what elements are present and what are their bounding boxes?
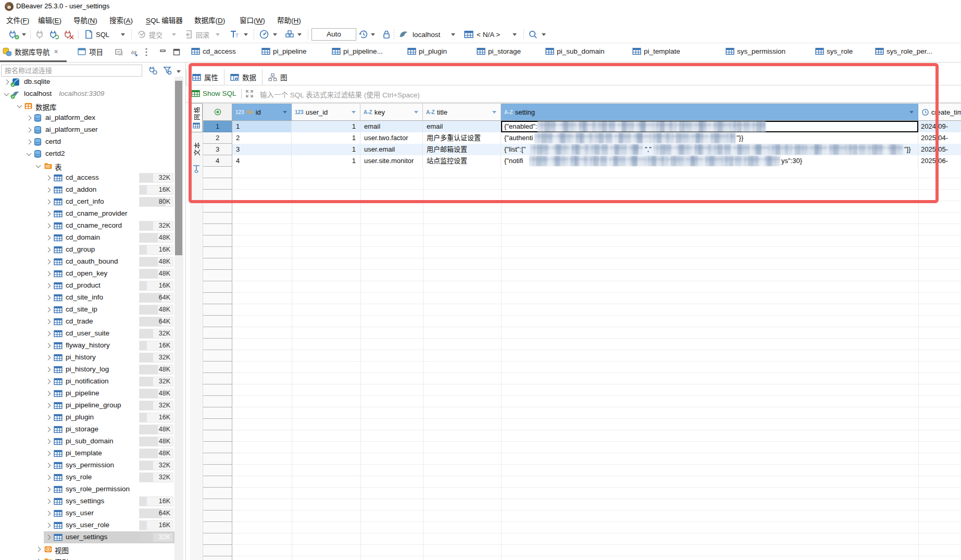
chevron-icon[interactable] xyxy=(4,80,9,85)
column-header-id[interactable]: 123 id xyxy=(232,103,292,121)
tree-item[interactable]: 表 xyxy=(0,160,174,172)
row-number[interactable]: 2 xyxy=(203,132,232,144)
tree-item[interactable]: ai_platform_user xyxy=(0,124,174,136)
editor-tab[interactable]: sys_role_per... xyxy=(875,47,932,56)
editor-tab[interactable]: pi_sub_domain xyxy=(545,47,605,56)
tree-item[interactable]: sys_permission 32K xyxy=(0,459,174,471)
tree-item[interactable]: pi_notification 32K xyxy=(0,376,174,388)
cell-title[interactable]: email xyxy=(423,121,501,132)
view-menu-icon[interactable] xyxy=(144,47,148,59)
grid-view-tab[interactable]: 网格 xyxy=(190,103,203,132)
tree-item[interactable]: cd_access 32K xyxy=(0,172,174,184)
tree-item[interactable]: 数据库 xyxy=(0,100,174,112)
chevron-icon[interactable] xyxy=(27,116,32,121)
tree-item[interactable]: certd xyxy=(0,136,174,148)
chevron-icon[interactable] xyxy=(46,331,51,337)
sql-editor-button[interactable]: SQL xyxy=(83,29,109,40)
menu-item[interactable]: 窗口(W) xyxy=(240,15,265,25)
tree-item[interactable]: cd_product 16K xyxy=(0,280,174,292)
chevron-icon[interactable] xyxy=(46,271,51,277)
chevron-icon[interactable] xyxy=(46,475,51,480)
tasks-button[interactable] xyxy=(284,29,295,40)
chevron-icon[interactable] xyxy=(46,499,51,504)
chevron-icon[interactable] xyxy=(46,451,51,456)
chevron-icon[interactable] xyxy=(46,247,51,253)
select-all-corner[interactable] xyxy=(203,103,232,121)
tree-item[interactable]: pi_pipeline_group 32K xyxy=(0,400,174,412)
connection-dropdown[interactable] xyxy=(451,29,455,40)
tree-item[interactable]: cd_user_suite 32K xyxy=(0,328,174,340)
menu-item[interactable]: 文件(F) xyxy=(6,15,29,25)
tree-item[interactable]: localhostlocalhost:3309 xyxy=(0,88,174,100)
column-dropdown-icon[interactable] xyxy=(352,111,356,114)
maximize-icon[interactable] xyxy=(172,48,181,58)
cell-title[interactable]: 用户邮箱设置 xyxy=(423,144,501,155)
chevron-icon[interactable] xyxy=(46,355,51,360)
chevron-icon[interactable] xyxy=(46,295,51,301)
grid-row[interactable]: 4 4 1 user.site.monitor 站点监控设置 {"notifi … xyxy=(203,155,961,167)
chevron-icon[interactable] xyxy=(46,403,51,408)
editor-tab[interactable]: pi_storage xyxy=(477,47,521,56)
chevron-icon[interactable] xyxy=(27,151,32,156)
chevron-icon[interactable] xyxy=(46,343,51,349)
tree-item[interactable]: cd_site_info 64K xyxy=(0,292,174,304)
sql-editor-dropdown[interactable] xyxy=(121,29,125,40)
chevron-icon[interactable] xyxy=(4,91,9,96)
tree-item[interactable]: pi_pipeline 48K xyxy=(0,388,174,400)
tree-item[interactable]: cd_cname_record 32K xyxy=(0,220,174,232)
chevron-icon[interactable] xyxy=(46,319,51,325)
chevron-icon[interactable] xyxy=(46,487,51,492)
chevron-icon[interactable] xyxy=(36,163,41,168)
commit-button[interactable]: 提交 xyxy=(136,29,163,40)
refresh-dropdown[interactable] xyxy=(371,29,375,40)
chevron-icon[interactable] xyxy=(46,200,51,205)
chevron-icon[interactable] xyxy=(27,128,32,133)
chevron-icon[interactable] xyxy=(46,379,51,384)
chevron-icon[interactable] xyxy=(36,547,41,552)
tree-item[interactable]: db.sqlite xyxy=(0,76,174,88)
editor-tab[interactable]: cd_access xyxy=(191,47,236,56)
tree-item[interactable]: cd_domain 48K xyxy=(0,232,174,244)
connection-filter-input[interactable]: 按名称过滤连接 xyxy=(1,65,142,77)
search-button[interactable] xyxy=(528,29,538,40)
sql-filter-input[interactable]: 输入一个 SQL 表达式来过滤结果 (使用 Ctrl+Space) xyxy=(260,89,420,99)
tree-item[interactable]: pi_storage 48K xyxy=(0,424,174,435)
cell-user-id[interactable]: 1 xyxy=(292,155,360,167)
tree-scrollbar[interactable] xyxy=(174,77,183,560)
row-number[interactable]: 1 xyxy=(203,121,232,132)
tree-item[interactable]: pi_sub_domain 48K xyxy=(0,435,174,447)
text-view-tab[interactable]: 文本 xyxy=(190,138,203,160)
tree-item[interactable]: flyway_history 16K xyxy=(0,340,174,352)
column-dropdown-icon[interactable] xyxy=(909,111,914,114)
chevron-icon[interactable] xyxy=(46,523,51,528)
chevron-icon[interactable] xyxy=(17,103,22,108)
cell-setting[interactable]: {"list":[" "," "]} xyxy=(501,144,918,155)
database-dropdown[interactable] xyxy=(513,29,517,40)
editor-tab[interactable]: pi_pipeline xyxy=(261,47,307,56)
rollback-button[interactable]: 回滚 xyxy=(183,29,209,40)
tab-properties[interactable]: 属性 xyxy=(186,69,224,85)
lock-button[interactable] xyxy=(381,29,392,40)
tree-item[interactable]: pi_history_log 48K xyxy=(0,364,174,376)
column-header-key[interactable]: A-Z key xyxy=(360,103,423,121)
show-sql-button[interactable]: Show SQL xyxy=(191,89,236,98)
tree-item[interactable]: cd_group 16K xyxy=(0,244,174,256)
chevron-icon[interactable] xyxy=(46,439,51,444)
chevron-icon[interactable] xyxy=(46,391,51,396)
cell-create-time[interactable]: 2025-04- xyxy=(918,132,961,144)
cell-setting[interactable]: {"notifi ys":30} xyxy=(501,155,918,167)
column-header-create-time[interactable]: create_tim xyxy=(918,103,961,121)
cell-key[interactable]: email xyxy=(360,121,423,132)
transaction-dropdown[interactable] xyxy=(244,29,248,40)
connection-selector[interactable]: localhost xyxy=(413,29,440,40)
tree-item[interactable]: 视图 xyxy=(0,543,174,555)
close-tab-icon[interactable]: × xyxy=(54,47,58,56)
tree-item[interactable]: sys_settings 16K xyxy=(0,495,174,507)
column-header-title[interactable]: A-Z title xyxy=(423,103,501,121)
chevron-icon[interactable] xyxy=(46,415,51,420)
filter-dropdown[interactable] xyxy=(177,70,181,73)
grid-row[interactable]: 3 3 1 user.email 用户邮箱设置 {"list":[" "," "… xyxy=(203,144,961,155)
menu-item[interactable]: 数据库(D) xyxy=(194,15,225,25)
tab-data[interactable]: 数据 xyxy=(224,69,263,85)
menu-item[interactable]: SQL 编辑器 xyxy=(146,15,183,25)
